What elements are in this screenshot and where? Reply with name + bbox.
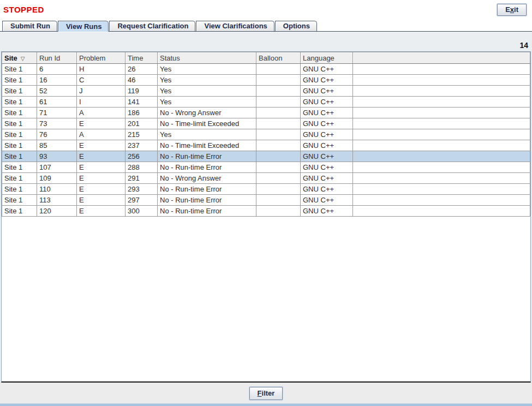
exit-button[interactable]: Exit [497,4,527,16]
cell-run-id: 52 [37,86,77,97]
cell-language: GNU C++ [301,206,353,217]
tab-options[interactable]: Options [275,21,317,31]
cell-language: GNU C++ [301,86,353,97]
cell-run-id: 85 [37,140,77,151]
top-strip: STOPPED Exit [0,0,532,21]
run-row-85[interactable]: Site 185E237No - Time-limit ExceededGNU … [2,140,530,151]
cell-language: GNU C++ [301,129,353,140]
tab-submit-run[interactable]: Submit Run [2,21,57,31]
cell-time: 297 [125,195,158,206]
cell-time: 237 [125,140,158,151]
cell-run-id: 71 [37,108,77,118]
runs-table-scrollpane[interactable]: Site▽Run IdProblemTimeStatusBalloonLangu… [1,51,531,383]
tab-view-runs[interactable]: View Runs [58,21,109,32]
cell-site: Site 1 [2,97,37,108]
cell-run-id: 109 [37,173,77,184]
cell-empty [353,173,530,184]
cell-balloon [256,64,301,75]
cell-status: No - Time-limit Exceeded [158,118,256,129]
run-row-61[interactable]: Site 161I141YesGNU C++ [2,97,530,108]
cell-empty [353,140,530,151]
cell-time: 201 [125,118,158,129]
cell-language: GNU C++ [301,151,353,162]
cell-site: Site 1 [2,64,37,75]
cell-language: GNU C++ [301,173,353,184]
cell-run-id: 113 [37,195,77,206]
cell-run-id: 107 [37,162,77,173]
cell-time: 300 [125,206,158,217]
cell-problem: E [77,118,125,129]
cell-problem: E [77,195,125,206]
cell-empty [353,151,530,162]
runs-table-body: Site 16H26YesGNU C++Site 116C46YesGNU C+… [2,64,530,217]
cell-problem: A [77,108,125,118]
column-header-language[interactable]: Language [301,52,353,64]
tab-request-clarification[interactable]: Request Clarification [109,21,195,31]
run-row-73[interactable]: Site 173E201No - Time-limit ExceededGNU … [2,118,530,129]
cell-balloon [256,75,301,86]
view-runs-panel: 14 Site▽Run IdProblemTimeStatusBalloonLa… [0,32,532,403]
cell-balloon [256,184,301,195]
filter-button[interactable]: Filter [249,387,283,400]
cell-time: 46 [125,75,158,86]
cell-problem: E [77,140,125,151]
cell-status: No - Wrong Answer [158,108,256,118]
cell-run-id: 73 [37,118,77,129]
run-row-76[interactable]: Site 176A215YesGNU C++ [2,129,530,140]
sort-indicator-icon: ▽ [21,56,25,62]
cell-site: Site 1 [2,75,37,86]
cell-empty [353,118,530,129]
run-row-109[interactable]: Site 1109E291No - Wrong AnswerGNU C++ [2,173,530,184]
column-header-run-id[interactable]: Run Id [37,52,77,64]
cell-time: 293 [125,184,158,195]
run-row-52[interactable]: Site 152J119YesGNU C++ [2,86,530,97]
cell-run-id: 110 [37,184,77,195]
cell-time: 26 [125,64,158,75]
cell-balloon [256,162,301,173]
run-row-6[interactable]: Site 16H26YesGNU C++ [2,64,530,75]
cell-status: Yes [158,97,256,108]
column-header-empty[interactable] [353,52,530,64]
column-header-balloon[interactable]: Balloon [256,52,301,64]
column-header-status[interactable]: Status [158,52,256,64]
window-bottom-border [0,403,532,406]
cell-balloon [256,129,301,140]
runs-table: Site▽Run IdProblemTimeStatusBalloonLangu… [2,52,530,217]
run-row-16[interactable]: Site 116C46YesGNU C++ [2,75,530,86]
count-row: 14 [0,32,532,51]
cell-empty [353,75,530,86]
run-row-120[interactable]: Site 1120E300No - Run-time ErrorGNU C++ [2,206,530,217]
cell-empty [353,64,530,75]
cell-time: 288 [125,162,158,173]
cell-site: Site 1 [2,195,37,206]
cell-empty [353,97,530,108]
column-header-time[interactable]: Time [125,52,158,64]
cell-site: Site 1 [2,162,37,173]
cell-time: 141 [125,97,158,108]
cell-run-id: 61 [37,97,77,108]
column-header-site[interactable]: Site▽ [2,52,37,64]
run-row-93[interactable]: Site 193E256No - Run-time ErrorGNU C++ [2,151,530,162]
run-row-107[interactable]: Site 1107E288No - Run-time ErrorGNU C++ [2,162,530,173]
run-row-110[interactable]: Site 1110E293No - Run-time ErrorGNU C++ [2,184,530,195]
run-row-113[interactable]: Site 1113E297No - Run-time ErrorGNU C++ [2,195,530,206]
cell-run-id: 16 [37,75,77,86]
cell-balloon [256,97,301,108]
tab-view-clarifications[interactable]: View Clarifications [196,21,274,31]
cell-status: No - Run-time Error [158,206,256,217]
cell-problem: E [77,184,125,195]
cell-status: No - Run-time Error [158,151,256,162]
column-header-problem[interactable]: Problem [77,52,125,64]
cell-problem: E [77,151,125,162]
cell-problem: H [77,64,125,75]
tab-bar: Submit RunView RunsRequest Clarification… [0,21,532,32]
cell-language: GNU C++ [301,195,353,206]
cell-site: Site 1 [2,86,37,97]
cell-time: 215 [125,129,158,140]
cell-status: Yes [158,129,256,140]
cell-language: GNU C++ [301,118,353,129]
cell-language: GNU C++ [301,162,353,173]
run-row-71[interactable]: Site 171A186No - Wrong AnswerGNU C++ [2,108,530,118]
cell-problem: A [77,129,125,140]
cell-empty [353,86,530,97]
